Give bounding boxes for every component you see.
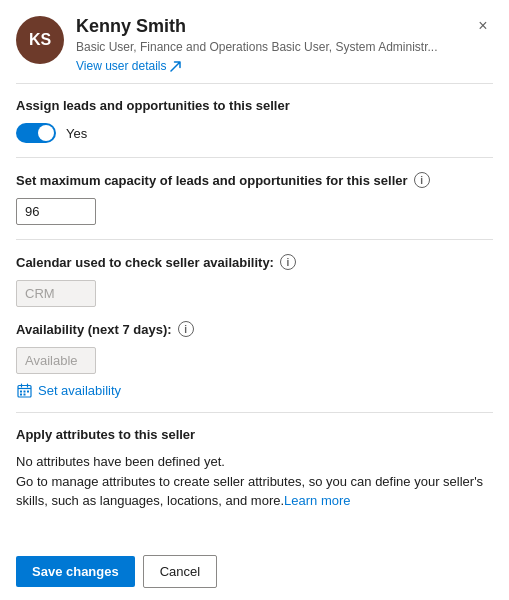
max-capacity-info-icon[interactable]: i: [414, 172, 430, 188]
attributes-text: No attributes have been defined yet. Go …: [16, 452, 493, 511]
calendar-label: Calendar used to check seller availabili…: [16, 254, 493, 270]
attributes-section: Apply attributes to this seller No attri…: [0, 413, 509, 525]
svg-rect-6: [27, 390, 29, 392]
availability-section: Availability (next 7 days): i Available …: [0, 321, 509, 412]
assign-leads-section: Assign leads and opportunities to this s…: [0, 84, 509, 157]
svg-rect-8: [23, 393, 25, 395]
view-user-label: View user details: [76, 59, 167, 73]
assign-leads-label: Assign leads and opportunities to this s…: [16, 98, 493, 113]
external-link-icon: [170, 60, 182, 72]
close-button[interactable]: ×: [471, 14, 495, 38]
calendar-section: Calendar used to check seller availabili…: [0, 240, 509, 321]
view-user-link[interactable]: View user details: [76, 59, 493, 73]
calendar-icon: [16, 382, 32, 398]
toggle-label: Yes: [66, 126, 87, 141]
svg-rect-4: [20, 390, 22, 392]
learn-more-link[interactable]: Learn more: [284, 493, 350, 508]
no-attributes-line: No attributes have been defined yet.: [16, 454, 225, 469]
svg-rect-7: [20, 393, 22, 395]
availability-label: Availability (next 7 days): i: [16, 321, 493, 337]
user-name: Kenny Smith: [76, 16, 493, 38]
panel-header: KS Kenny Smith Basic User, Finance and O…: [0, 0, 509, 83]
avatar: KS: [16, 16, 64, 64]
calendar-info-icon[interactable]: i: [280, 254, 296, 270]
toggle-row: Yes: [16, 123, 493, 143]
attributes-description: Go to manage attributes to create seller…: [16, 474, 483, 509]
max-capacity-section: Set maximum capacity of leads and opport…: [0, 158, 509, 239]
toggle-thumb: [38, 125, 54, 141]
save-changes-button[interactable]: Save changes: [16, 556, 135, 587]
max-capacity-label: Set maximum capacity of leads and opport…: [16, 172, 493, 188]
cancel-button[interactable]: Cancel: [143, 555, 217, 588]
calendar-input: CRM: [16, 280, 96, 307]
seller-panel: KS Kenny Smith Basic User, Finance and O…: [0, 0, 509, 600]
svg-rect-5: [23, 390, 25, 392]
availability-info-icon[interactable]: i: [178, 321, 194, 337]
assign-leads-toggle[interactable]: [16, 123, 56, 143]
footer: Save changes Cancel: [0, 543, 509, 600]
set-availability-label: Set availability: [38, 383, 121, 398]
availability-input: Available: [16, 347, 96, 374]
user-roles: Basic User, Finance and Operations Basic…: [76, 40, 493, 56]
attributes-label: Apply attributes to this seller: [16, 427, 493, 442]
user-info: Kenny Smith Basic User, Finance and Oper…: [76, 16, 493, 73]
set-availability-link[interactable]: Set availability: [16, 382, 493, 398]
max-capacity-input[interactable]: [16, 198, 96, 225]
